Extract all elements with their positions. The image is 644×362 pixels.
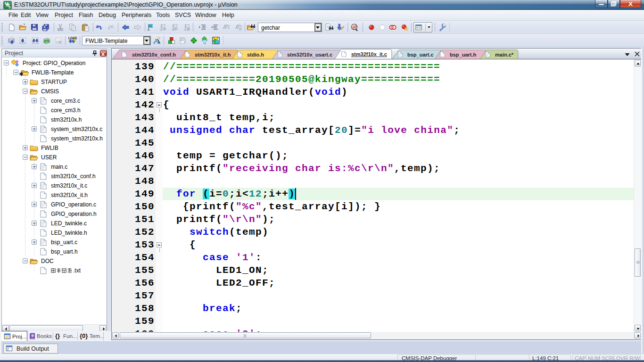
svg-text:?: ? (32, 334, 33, 337)
svg-text:5: 5 (8, 6, 10, 9)
